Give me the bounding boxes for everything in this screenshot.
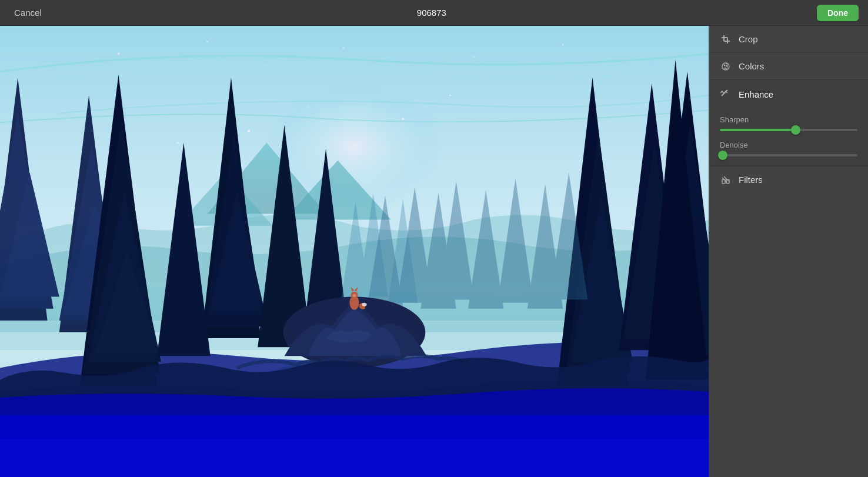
enhance-icon [720,88,732,100]
done-button[interactable]: Done [817,5,859,21]
enhance-section: Enhance Sharpen Denoise [709,80,868,166]
svg-point-69 [726,65,728,66]
denoise-control: Denoise [720,141,857,156]
filters-item[interactable]: Filters [709,166,868,193]
header: Cancel 906873 Done [0,0,868,26]
sharpen-slider[interactable] [720,129,857,131]
sharpen-control: Sharpen [720,115,857,131]
sharpen-thumb[interactable] [791,125,800,135]
sharpen-fill [720,129,796,131]
sharpen-label: Sharpen [720,115,857,124]
right-panel: Crop Colors [709,26,868,477]
svg-point-58 [307,106,309,108]
crop-icon [720,35,732,44]
cancel-button[interactable]: Cancel [9,5,46,20]
svg-rect-72 [722,179,725,184]
colors-icon [720,62,732,71]
colors-label: Colors [739,61,764,71]
svg-point-59 [402,118,404,120]
svg-rect-56 [0,26,709,477]
svg-point-67 [722,63,729,70]
filters-icon [720,175,732,185]
main-area: Crop Colors [0,26,868,477]
colors-item[interactable]: Colors [709,53,868,80]
svg-point-61 [520,136,523,138]
crop-item[interactable]: Crop [709,26,868,53]
svg-rect-66 [724,41,730,42]
crop-label: Crop [739,34,758,44]
denoise-thumb[interactable] [718,151,727,160]
scene-image [0,26,709,477]
svg-point-60 [449,95,451,96]
image-title: 906873 [417,8,446,18]
image-canvas-area [0,26,709,477]
denoise-slider[interactable] [720,154,857,156]
svg-rect-64 [722,37,727,38]
svg-point-68 [724,64,726,66]
enhance-controls: Sharpen Denoise [709,108,868,166]
svg-point-57 [248,129,250,132]
filters-label: Filters [739,175,763,185]
denoise-label: Denoise [720,141,857,149]
svg-point-62 [177,142,179,144]
enhance-header[interactable]: Enhance [709,80,868,108]
svg-point-70 [725,67,726,69]
enhance-label: Enhance [739,89,773,99]
